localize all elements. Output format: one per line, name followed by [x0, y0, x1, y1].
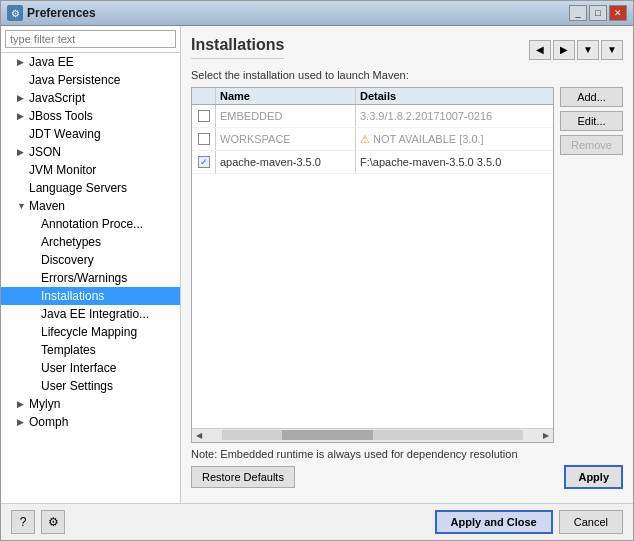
sidebar-item-label: Java EE Integratio...: [41, 307, 149, 321]
checkbox-embedded[interactable]: [198, 110, 210, 122]
footer-left: ? ⚙: [11, 510, 65, 534]
title-bar-left: ⚙ Preferences: [7, 5, 96, 21]
description-text: Select the installation used to launch M…: [191, 69, 623, 81]
close-button[interactable]: ✕: [609, 5, 627, 21]
sidebar-item-javascript[interactable]: ▶ JavaScript: [1, 89, 180, 107]
apply-and-close-button[interactable]: Apply and Close: [435, 510, 553, 534]
sidebar-item-label: User Settings: [41, 379, 113, 393]
check-col-header: [192, 88, 216, 104]
scroll-right-arrow[interactable]: ▶: [539, 431, 553, 440]
sidebar-item-user-settings[interactable]: User Settings: [1, 377, 180, 395]
row-check-embedded[interactable]: [192, 105, 216, 127]
sidebar-item-label: Java Persistence: [29, 73, 120, 87]
maximize-button[interactable]: □: [589, 5, 607, 21]
sidebar-item-label: Mylyn: [29, 397, 60, 411]
sidebar-item-mylyn[interactable]: ▶ Mylyn: [1, 395, 180, 413]
sidebar-item-templates[interactable]: Templates: [1, 341, 180, 359]
arrow-icon: ▶: [17, 111, 27, 121]
tree: ▶ Java EE Java Persistence ▶ JavaScript …: [1, 53, 180, 503]
add-button[interactable]: Add...: [560, 87, 623, 107]
table-header: Name Details: [192, 88, 553, 105]
side-buttons: Add... Edit... Remove: [560, 87, 623, 443]
preferences-window: ⚙ Preferences _ □ ✕ ▶ Java EE Jav: [0, 0, 634, 541]
table-row[interactable]: apache-maven-3.5.0 F:\apache-maven-3.5.0…: [192, 151, 553, 174]
edit-button[interactable]: Edit...: [560, 111, 623, 131]
arrow-icon: ▶: [17, 417, 27, 427]
forward-button[interactable]: ▶: [553, 40, 575, 60]
sidebar-item-jdt-weaving[interactable]: JDT Weaving: [1, 125, 180, 143]
sidebar-item-user-interface[interactable]: User Interface: [1, 359, 180, 377]
sidebar-item-label: Language Servers: [29, 181, 127, 195]
sidebar-item-label: Errors/Warnings: [41, 271, 127, 285]
window-controls: _ □ ✕: [569, 5, 627, 21]
sidebar-item-language-servers[interactable]: Language Servers: [1, 179, 180, 197]
sidebar-item-label: Annotation Proce...: [41, 217, 143, 231]
sidebar-item-discovery[interactable]: Discovery: [1, 251, 180, 269]
cancel-button[interactable]: Cancel: [559, 510, 623, 534]
sidebar-item-label: Installations: [41, 289, 104, 303]
checkbox-workspace[interactable]: [198, 133, 210, 145]
sidebar-item-lifecycle-mapping[interactable]: Lifecycle Mapping: [1, 323, 180, 341]
sidebar-item-archetypes[interactable]: Archetypes: [1, 233, 180, 251]
filter-box: [1, 26, 180, 53]
dropdown-button[interactable]: ▼: [577, 40, 599, 60]
scrollbar-track[interactable]: [222, 430, 523, 440]
sidebar: ▶ Java EE Java Persistence ▶ JavaScript …: [1, 26, 181, 503]
table-body: EMBEDDED 3.3.9/1.8.2.20171007-0216 WORKS…: [192, 105, 553, 428]
sidebar-item-label: Templates: [41, 343, 96, 357]
sidebar-item-label: JSON: [29, 145, 61, 159]
table-row[interactable]: EMBEDDED 3.3.9/1.8.2.20171007-0216: [192, 105, 553, 128]
sidebar-item-json[interactable]: ▶ JSON: [1, 143, 180, 161]
main-panel: Installations ◀ ▶ ▼ ▼ Select the install…: [181, 26, 633, 503]
row-check-apache[interactable]: [192, 151, 216, 173]
checkbox-apache[interactable]: [198, 156, 210, 168]
sidebar-item-label: Java EE: [29, 55, 74, 69]
sidebar-item-installations[interactable]: Installations: [1, 287, 180, 305]
arrow-icon: ▶: [17, 147, 27, 157]
sidebar-item-label: JavaScript: [29, 91, 85, 105]
sidebar-item-jboss-tools[interactable]: ▶ JBoss Tools: [1, 107, 180, 125]
apply-button[interactable]: Apply: [564, 465, 623, 489]
sidebar-item-label: JDT Weaving: [29, 127, 101, 141]
sidebar-item-annotation-process[interactable]: Annotation Proce...: [1, 215, 180, 233]
arrow-icon: ▶: [17, 57, 27, 67]
sidebar-item-label: Oomph: [29, 415, 68, 429]
sidebar-item-maven[interactable]: ▼ Maven: [1, 197, 180, 215]
table-row[interactable]: WORKSPACE ⚠ NOT AVAILABLE [3.0.]: [192, 128, 553, 151]
sidebar-item-jvm-monitor[interactable]: JVM Monitor: [1, 161, 180, 179]
footer-right: Apply and Close Cancel: [435, 510, 623, 534]
restore-defaults-button[interactable]: Restore Defaults: [191, 466, 295, 488]
sidebar-item-oomph[interactable]: ▶ Oomph: [1, 413, 180, 431]
name-col-header: Name: [216, 88, 356, 104]
footer: ? ⚙ Apply and Close Cancel: [1, 503, 633, 540]
filter-input[interactable]: [5, 30, 176, 48]
note-text: Note: Embedded runtime is always used fo…: [191, 443, 623, 461]
bottom-buttons-row: Restore Defaults Apply: [191, 461, 623, 493]
details-col-header: Details: [356, 88, 553, 104]
scroll-left-arrow[interactable]: ◀: [192, 431, 206, 440]
row-name-workspace: WORKSPACE: [216, 128, 356, 150]
scrollbar-thumb[interactable]: [282, 430, 372, 440]
remove-button[interactable]: Remove: [560, 135, 623, 155]
sidebar-item-errors-warnings[interactable]: Errors/Warnings: [1, 269, 180, 287]
row-name-apache: apache-maven-3.5.0: [216, 151, 356, 173]
preferences-icon-button[interactable]: ⚙: [41, 510, 65, 534]
row-name-embedded: EMBEDDED: [216, 105, 356, 127]
sidebar-item-java-ee[interactable]: ▶ Java EE: [1, 53, 180, 71]
sidebar-item-label: User Interface: [41, 361, 116, 375]
sidebar-item-label: Maven: [29, 199, 65, 213]
content-area: ▶ Java EE Java Persistence ▶ JavaScript …: [1, 26, 633, 503]
installations-container: Name Details EMBEDDED 3.3.9/1.8.2.201710…: [191, 87, 623, 443]
arrow-icon: ▶: [17, 93, 27, 103]
row-check-workspace[interactable]: [192, 128, 216, 150]
arrow-icon: ▶: [17, 399, 27, 409]
more-button[interactable]: ▼: [601, 40, 623, 60]
back-button[interactable]: ◀: [529, 40, 551, 60]
sidebar-item-java-persistence[interactable]: Java Persistence: [1, 71, 180, 89]
sidebar-item-label: Archetypes: [41, 235, 101, 249]
minimize-button[interactable]: _: [569, 5, 587, 21]
sidebar-item-java-ee-integration[interactable]: Java EE Integratio...: [1, 305, 180, 323]
help-button[interactable]: ?: [11, 510, 35, 534]
horizontal-scrollbar[interactable]: ◀ ▶: [192, 428, 553, 442]
panel-toolbar: ◀ ▶ ▼ ▼: [529, 40, 623, 60]
